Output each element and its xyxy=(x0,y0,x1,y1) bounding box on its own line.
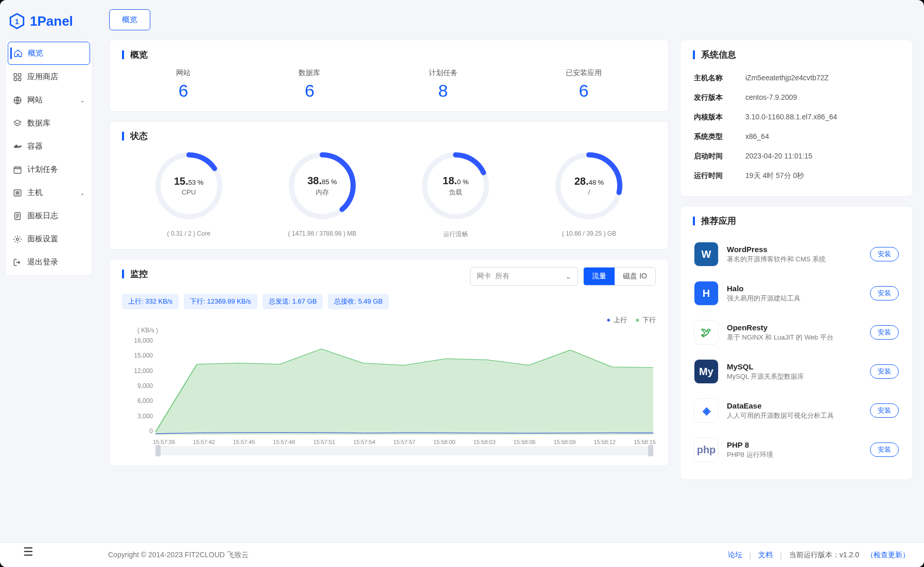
sidebar-item-docker[interactable]: 容器 xyxy=(8,135,90,157)
sidebar-item-label: 容器 xyxy=(27,141,43,151)
sidebar-item-label: 退出登录 xyxy=(27,257,58,267)
app-desc: MySQL 开源关系型数据库 xyxy=(727,372,862,381)
sys-val: iZm5eeatethjp2e4cvtb72Z xyxy=(745,74,829,83)
sidebar-item-label: 主机 xyxy=(27,188,43,198)
sysinfo-card: 系统信息 主机名称iZm5eeatethjp2e4cvtb72Z发行版本cent… xyxy=(680,40,913,197)
app-desc: 著名的开源博客软件和 CMS 系统 xyxy=(727,255,862,264)
tab-overview[interactable]: 概览 xyxy=(109,9,150,30)
logo[interactable]: 1 1Panel xyxy=(5,8,93,39)
app-icon: php xyxy=(694,437,719,462)
app-name: DataEase xyxy=(727,401,862,410)
apps-card: 推荐应用 W WordPress著名的开源博客软件和 CMS 系统 安装H Ha… xyxy=(680,206,913,480)
sidebar-item-layers[interactable]: 数据库 xyxy=(8,112,90,134)
gear-icon xyxy=(13,235,22,244)
app-icon: My xyxy=(694,359,719,384)
app-name: Halo xyxy=(727,284,862,293)
sidebar-item-label: 计划任务 xyxy=(27,165,58,174)
sidebar-item-label: 网站 xyxy=(27,95,43,105)
app-desc: 人人可用的开源数据可视化分析工具 xyxy=(727,411,862,420)
app-name: WordPress xyxy=(727,245,862,254)
sys-val: 3.10.0-1160.88.1.el7.x86_64 xyxy=(745,113,837,122)
sidebar-item-logout[interactable]: 退出登录 xyxy=(8,251,90,273)
stat-value[interactable]: 6 xyxy=(566,81,602,101)
monitor-badge: 总发送: 1.67 GB xyxy=(263,294,323,309)
docker-icon xyxy=(13,142,22,151)
grid-icon xyxy=(13,73,22,82)
install-button[interactable]: 安装 xyxy=(870,247,899,261)
app-name: OpenResty xyxy=(727,323,862,332)
menu-toggle-icon[interactable]: ☰ xyxy=(23,545,33,559)
gauge-负载[interactable]: 18.0 %负载 xyxy=(420,150,492,222)
docs-link[interactable]: 文档 xyxy=(758,551,773,560)
install-button[interactable]: 安装 xyxy=(870,364,899,379)
sidebar-item-label: 概览 xyxy=(28,48,43,58)
stat-label: 计划任务 xyxy=(429,68,458,78)
sidebar-item-globe[interactable]: 网站⌄ xyxy=(8,89,90,111)
stat-value[interactable]: 6 xyxy=(299,81,320,101)
sidebar-item-gear[interactable]: 面板设置 xyxy=(8,228,90,250)
check-update[interactable]: （检查更新） xyxy=(866,551,910,560)
status-card: 状态 15.53 %CPU ( 0.31 / 2 ) Core 38.85 %内… xyxy=(109,121,669,250)
gauge-sub: ( 0.31 / 2 ) Core xyxy=(167,230,211,237)
globe-icon xyxy=(13,96,22,105)
sidebar-item-label: 数据库 xyxy=(27,118,50,128)
sys-val: x86_64 xyxy=(745,132,769,141)
app-name: MySQL xyxy=(727,362,862,371)
version-label: 当前运行版本：v1.2.0 xyxy=(789,551,859,560)
sidebar-item-list[interactable]: 主机⌄ xyxy=(8,182,90,204)
chevron-down-icon: ⌄ xyxy=(565,272,571,280)
sys-val: 19天 4时 57分 0秒 xyxy=(745,171,804,181)
app-icon: H xyxy=(694,281,719,306)
sidebar-item-file[interactable]: 面板日志 xyxy=(8,205,90,227)
sidebar-item-grid[interactable]: 应用商店 xyxy=(8,66,90,88)
app-row: php PHP 8PHP8 运行环境 安装 xyxy=(693,430,900,469)
install-button[interactable]: 安装 xyxy=(870,442,899,457)
sys-key: 发行版本 xyxy=(694,93,736,102)
stat-label: 数据库 xyxy=(299,68,320,78)
monitor-badge: 上行: 332 KB/s xyxy=(122,294,179,309)
app-desc: 基于 NGINX 和 LuaJIT 的 Web 平台 xyxy=(727,333,862,342)
monitor-card: 监控 网卡 所有 ⌄ 流量 磁盘 IO 上行: 332 KB/s下行: 1 xyxy=(109,259,669,466)
sidebar-item-calendar[interactable]: 计划任务 xyxy=(8,158,90,181)
gauge-内存[interactable]: 38.85 %内存 xyxy=(286,150,358,222)
sys-key: 主机名称 xyxy=(694,74,736,83)
time-brush[interactable] xyxy=(155,446,653,455)
install-button[interactable]: 安装 xyxy=(870,403,899,418)
gauge-/[interactable]: 28.48 %/ xyxy=(553,150,625,222)
sys-key: 内核版本 xyxy=(694,113,736,122)
chevron-down-icon: ⌄ xyxy=(80,189,85,197)
seg-traffic[interactable]: 流量 xyxy=(584,268,615,285)
seg-diskio[interactable]: 磁盘 IO xyxy=(615,268,655,285)
gauge-CPU[interactable]: 15.53 %CPU xyxy=(153,150,225,222)
forum-link[interactable]: 论坛 xyxy=(728,551,742,560)
layers-icon xyxy=(13,119,22,128)
sys-key: 启动时间 xyxy=(694,152,736,161)
sys-key: 运行时间 xyxy=(694,171,736,181)
app-desc: 强大易用的开源建站工具 xyxy=(727,294,862,303)
app-desc: PHP8 运行环境 xyxy=(727,450,862,459)
install-button[interactable]: 安装 xyxy=(870,286,899,300)
sidebar-item-label: 应用商店 xyxy=(27,72,58,82)
app-icon: ◈ xyxy=(694,398,719,423)
nic-select[interactable]: 网卡 所有 ⌄ xyxy=(470,267,578,286)
stat-value[interactable]: 6 xyxy=(176,81,190,101)
gauge-sub: ( 10.66 / 39.25 ) GB xyxy=(562,230,616,237)
logo-text: 1Panel xyxy=(30,13,73,29)
app-row: 🕊 OpenResty基于 NGINX 和 LuaJIT 的 Web 平台 安装 xyxy=(693,313,900,352)
traffic-chart[interactable] xyxy=(155,337,653,435)
svg-rect-6 xyxy=(14,167,21,173)
gauge-sub: 运行流畅 xyxy=(443,230,468,239)
copyright: Copyright © 2014-2023 FIT2CLOUD 飞致云 xyxy=(108,551,249,560)
monitor-badge: 下行: 12369.89 KB/s xyxy=(184,294,257,309)
app-icon: W xyxy=(694,242,719,267)
svg-point-9 xyxy=(16,238,19,240)
stat-value[interactable]: 8 xyxy=(429,81,458,101)
sidebar-item-label: 面板设置 xyxy=(27,234,58,244)
sidebar-item-home[interactable]: 概览 xyxy=(8,42,90,65)
status-title: 状态 xyxy=(122,132,656,140)
install-button[interactable]: 安装 xyxy=(870,325,899,340)
svg-rect-2 xyxy=(19,74,21,76)
calendar-icon xyxy=(13,165,22,174)
overview-title: 概览 xyxy=(122,50,656,59)
chart-ylabel: ( KB/s ) xyxy=(137,327,158,334)
